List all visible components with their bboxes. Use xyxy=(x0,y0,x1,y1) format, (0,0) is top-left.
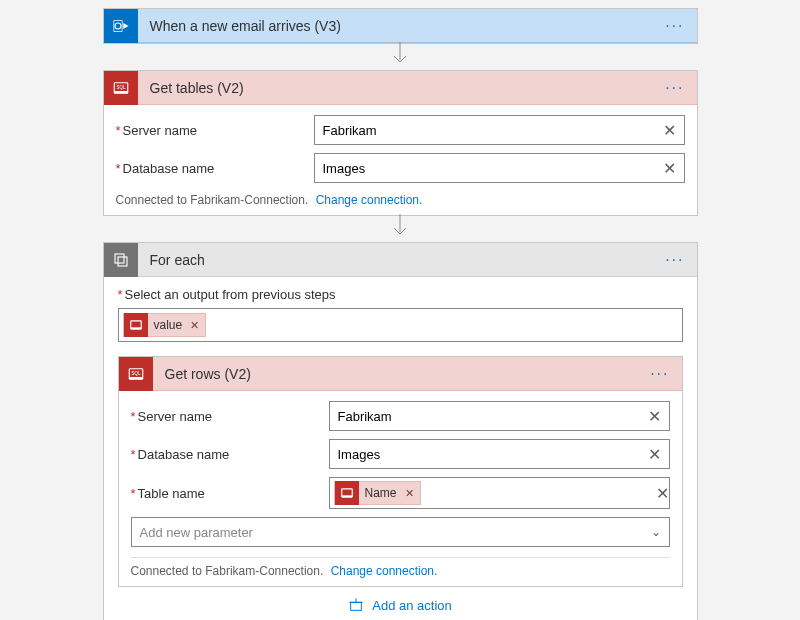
change-connection-link[interactable]: Change connection. xyxy=(331,564,438,578)
clear-icon[interactable]: ✕ xyxy=(656,121,684,140)
table-name-label: Table name xyxy=(131,486,329,501)
server-name-input[interactable] xyxy=(315,116,656,144)
database-name-label: Database name xyxy=(116,161,314,176)
token-label: value xyxy=(154,318,189,332)
get-rows-header[interactable]: SQL Get rows (V2) ··· xyxy=(119,357,682,391)
database-name-input-wrap[interactable]: ✕ xyxy=(329,439,670,469)
database-name-input-wrap[interactable]: ✕ xyxy=(314,153,685,183)
connected-prefix: Connected to xyxy=(116,193,191,207)
get-tables-more-icon[interactable]: ··· xyxy=(661,79,688,97)
server-name-label: Server name xyxy=(116,123,314,138)
add-action-label: Add an action xyxy=(372,598,452,613)
token-label: Name xyxy=(365,486,403,500)
sql-icon xyxy=(335,481,359,505)
sql-icon: SQL xyxy=(119,357,153,391)
connection-status: Connected to Fabrikam-Connection. Change… xyxy=(116,191,685,207)
get-tables-title: Get tables (V2) xyxy=(138,80,662,96)
get-tables-header[interactable]: SQL Get tables (V2) ··· xyxy=(104,71,697,105)
foreach-more-icon[interactable]: ··· xyxy=(661,251,688,269)
add-parameter-dropdown[interactable]: Add new parameter ⌄ xyxy=(131,517,670,547)
token-value[interactable]: value ✕ xyxy=(123,313,207,337)
svg-rect-5 xyxy=(114,91,128,93)
add-action-icon xyxy=(348,597,364,613)
get-rows-more-icon[interactable]: ··· xyxy=(646,365,673,383)
database-name-input[interactable] xyxy=(330,440,641,468)
svg-rect-9 xyxy=(118,257,127,266)
database-name-label: Database name xyxy=(131,447,329,462)
select-output-input[interactable]: value ✕ xyxy=(118,308,683,342)
change-connection-link[interactable]: Change connection. xyxy=(316,193,423,207)
clear-icon[interactable]: ✕ xyxy=(656,159,684,178)
token-remove-icon[interactable]: ✕ xyxy=(188,319,205,332)
database-name-input[interactable] xyxy=(315,154,656,182)
sql-icon xyxy=(124,313,148,337)
token-name[interactable]: Name ✕ xyxy=(334,481,421,505)
server-name-input-wrap[interactable]: ✕ xyxy=(314,115,685,145)
svg-text:SQL: SQL xyxy=(131,370,141,375)
trigger-title: When a new email arrives (V3) xyxy=(138,18,662,34)
clear-icon[interactable]: ✕ xyxy=(641,445,669,464)
token-remove-icon[interactable]: ✕ xyxy=(403,487,420,500)
select-output-label: Select an output from previous steps xyxy=(118,287,683,302)
get-rows-card: SQL Get rows (V2) ··· Server name ✕ Dat xyxy=(118,356,683,587)
foreach-icon xyxy=(104,243,138,277)
get-tables-card: SQL Get tables (V2) ··· Server name ✕ Da… xyxy=(103,70,698,216)
server-name-input[interactable] xyxy=(330,402,641,430)
connector-arrow-icon xyxy=(390,42,410,68)
connected-prefix: Connected to xyxy=(131,564,206,578)
chevron-down-icon: ⌄ xyxy=(651,525,661,539)
get-rows-title: Get rows (V2) xyxy=(153,366,647,382)
add-action-button[interactable]: Add an action xyxy=(348,597,452,613)
clear-icon[interactable]: ✕ xyxy=(656,484,669,503)
svg-rect-16 xyxy=(341,495,352,497)
trigger-more-icon[interactable]: ··· xyxy=(661,17,688,35)
connection-status: Connected to Fabrikam-Connection. Change… xyxy=(131,557,670,578)
trigger-header[interactable]: When a new email arrives (V3) ··· xyxy=(104,9,697,43)
outlook-icon xyxy=(104,9,138,43)
svg-rect-11 xyxy=(130,327,141,329)
sql-icon: SQL xyxy=(104,71,138,105)
add-parameter-label: Add new parameter xyxy=(140,525,253,540)
foreach-header[interactable]: For each ··· xyxy=(104,243,697,277)
svg-rect-13 xyxy=(129,377,143,379)
clear-icon[interactable]: ✕ xyxy=(641,407,669,426)
connection-name: Fabrikam-Connection. xyxy=(190,193,308,207)
server-name-label: Server name xyxy=(131,409,329,424)
table-name-input[interactable]: Name ✕ ✕ xyxy=(329,477,670,509)
svg-rect-18 xyxy=(351,602,362,610)
foreach-card: For each ··· Select an output from previ… xyxy=(103,242,698,620)
connection-name: Fabrikam-Connection. xyxy=(205,564,323,578)
foreach-title: For each xyxy=(138,252,662,268)
trigger-card[interactable]: When a new email arrives (V3) ··· xyxy=(103,8,698,44)
svg-text:SQL: SQL xyxy=(116,84,126,89)
connector-arrow-icon xyxy=(390,214,410,240)
svg-rect-8 xyxy=(115,254,124,263)
server-name-input-wrap[interactable]: ✕ xyxy=(329,401,670,431)
